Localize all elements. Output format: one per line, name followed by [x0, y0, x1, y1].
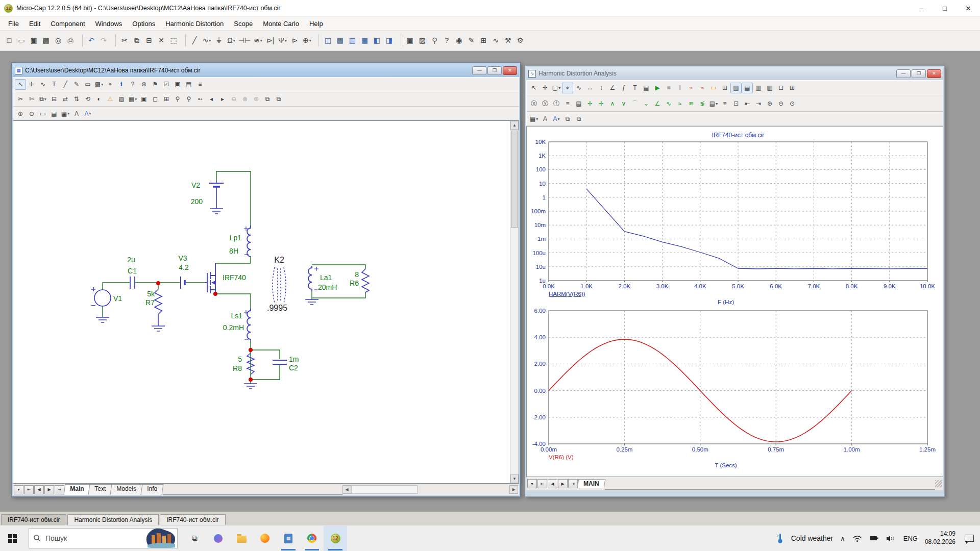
add-plot-icon[interactable]: ⊞	[787, 83, 798, 93]
resistor-icon[interactable]: Ω	[225, 34, 237, 46]
print-preview-icon[interactable]: ◎	[52, 34, 64, 46]
battery-icon[interactable]	[869, 535, 879, 542]
zoom-100-icon[interactable]: ⊙	[787, 98, 798, 109]
display-icon[interactable]: ▭	[82, 79, 93, 90]
peak-icon[interactable]: ∧	[607, 98, 618, 109]
next-page-button[interactable]: ▶	[44, 485, 54, 494]
zero-crossing-icon[interactable]: ∿	[663, 98, 674, 109]
one-plot-icon[interactable]: ▥	[730, 83, 742, 93]
model-program-icon[interactable]: ∿	[489, 34, 502, 46]
ls1-inductor[interactable]	[244, 309, 251, 340]
scale-xy-icon[interactable]: ∠	[607, 83, 618, 93]
region-icon[interactable]: ▣	[172, 79, 183, 90]
menu-item[interactable]: Component	[45, 18, 90, 30]
undo-icon[interactable]: ↶	[85, 34, 97, 46]
shape-editor-icon[interactable]: ▨	[416, 34, 428, 46]
color-icon[interactable]: A	[551, 114, 562, 124]
page-list-button[interactable]: ▾	[14, 485, 23, 494]
mirror-icon[interactable]: ◐	[93, 94, 105, 105]
flip-x-icon[interactable]: ⇄	[60, 94, 71, 105]
paste-box-icon[interactable]: ⊟	[48, 94, 60, 105]
plot-panel[interactable]: IRF740-ист обм.cir10K1K100101100m10m1m10…	[526, 126, 943, 477]
menu-item[interactable]: Scope	[229, 18, 258, 30]
go-to-icon[interactable]: ≡	[562, 98, 573, 109]
first-page-button[interactable]: ⇤	[537, 479, 547, 488]
grid-icon[interactable]: ▦	[127, 94, 138, 105]
scale-x-icon[interactable]: ↔	[584, 83, 596, 93]
run-icon[interactable]: ▶	[652, 83, 663, 93]
fx-icon[interactable]: ⓕ	[551, 98, 562, 109]
c1-name[interactable]: C1	[128, 267, 137, 275]
analysis-page-tab[interactable]: MAIN	[577, 479, 605, 488]
schematic-canvas[interactable]: V2 200 Lp1 8H 2u C1 V3 4.2 5k R7 V1 IRF7…	[13, 120, 519, 484]
la1-inductor[interactable]	[308, 266, 318, 291]
la1-value[interactable]: 20mH	[318, 283, 337, 291]
zoom-in-icon[interactable]: ⊕	[764, 98, 775, 109]
v2-battery[interactable]	[209, 181, 224, 209]
clock[interactable]: 14:09 08.02.2026	[925, 530, 955, 546]
stats-icon[interactable]: ≶	[697, 98, 708, 109]
note-icon[interactable]: ≡	[194, 79, 206, 90]
transistor-icon[interactable]: Ψ	[276, 34, 288, 46]
currents-icon[interactable]: ⊜	[251, 94, 262, 105]
hscroll-left-icon[interactable]: ◀	[342, 485, 351, 494]
circuit-window-titlebar[interactable]: ▦ C:\Users\user\Desktop\MC12\АаНова папк…	[13, 64, 519, 77]
font-icon[interactable]: A	[71, 108, 82, 119]
analysis-restore-button[interactable]: ❐	[912, 69, 926, 78]
zoom-in-icon[interactable]: ⊕	[15, 108, 26, 119]
v1-source[interactable]	[91, 287, 111, 306]
last-page-button[interactable]: ⇥	[55, 485, 64, 494]
rotate-icon[interactable]: ⟲	[82, 94, 93, 105]
scroll-up-icon[interactable]: ▲	[510, 121, 519, 130]
v1-name[interactable]: V1	[113, 294, 122, 303]
select-all-icon[interactable]: ⬚	[167, 34, 180, 46]
x-axis-icon[interactable]: ⓧ	[528, 98, 540, 109]
v3-battery[interactable]	[181, 277, 185, 289]
mdi-tab-circuit[interactable]: IRF740-ист обм.cir	[1, 514, 66, 525]
scale-y-icon[interactable]: ↕	[596, 83, 607, 93]
task-view-button[interactable]: ⧉	[183, 526, 206, 551]
print-icon[interactable]: ⎙	[64, 34, 77, 46]
sheet-icon[interactable]: ▤	[183, 79, 194, 90]
limits-icon[interactable]: ▭	[708, 83, 719, 93]
cascade-windows-icon[interactable]: ◫	[322, 34, 334, 46]
r8-name[interactable]: R8	[233, 364, 242, 372]
frame-icon[interactable]: ◻	[150, 94, 161, 105]
inductor-icon[interactable]: ≋	[252, 34, 264, 46]
r7-value[interactable]: 5k	[147, 290, 155, 298]
preferences-icon[interactable]: ⚙	[514, 34, 526, 46]
mdi-tab-circuit-2[interactable]: IRF740-ист обм.cir	[160, 514, 225, 525]
pencil-icon[interactable]: ✎	[71, 79, 82, 90]
file-merge-icon[interactable]: ▤	[40, 34, 52, 46]
k2-value[interactable]: .9995	[267, 304, 287, 312]
opamp-icon[interactable]: ⊳	[288, 34, 301, 46]
scroll-down-icon[interactable]: ▼	[510, 474, 519, 483]
prev-page-button[interactable]: ◀	[34, 485, 44, 494]
tile-vertical-icon[interactable]: ▥	[346, 34, 358, 46]
fill-icon[interactable]: ▨	[116, 94, 127, 105]
link-icon[interactable]: ⊛	[138, 79, 150, 90]
wire-icon[interactable]: ∿	[37, 79, 48, 90]
flag-icon[interactable]: ⚑	[150, 79, 161, 90]
grid-dd-icon[interactable]: ▦	[60, 108, 71, 119]
c2-name[interactable]: C2	[289, 364, 298, 372]
slope-icon[interactable]: ∠	[652, 98, 663, 109]
last-page-button[interactable]: ⇥	[568, 479, 578, 488]
to-front-icon[interactable]: ⧉	[262, 94, 273, 105]
vertical-scrollbar[interactable]: ▲ ▼	[510, 121, 519, 483]
step-icon[interactable]: ⌁	[685, 83, 697, 93]
pause-icon[interactable]: ‖	[674, 83, 685, 93]
find-next-icon[interactable]: ⚲	[183, 94, 194, 105]
back-icon[interactable]: ◂	[206, 94, 217, 105]
lp1-inductor[interactable]	[244, 226, 251, 257]
ls1-name[interactable]: Ls1	[231, 312, 242, 320]
envelope-icon[interactable]: ≈	[674, 98, 685, 109]
find-icon[interactable]: ⚲	[428, 34, 440, 46]
properties-icon[interactable]: ▤	[641, 83, 652, 93]
page-list-button[interactable]: ▾	[527, 479, 537, 488]
info-icon[interactable]: ℹ	[116, 79, 127, 90]
component-editor-icon[interactable]: ▣	[404, 34, 416, 46]
select-icon[interactable]: ↖	[528, 83, 540, 93]
zoom-area-icon[interactable]: ▭	[37, 108, 48, 119]
menu-item[interactable]: Help	[304, 18, 328, 30]
